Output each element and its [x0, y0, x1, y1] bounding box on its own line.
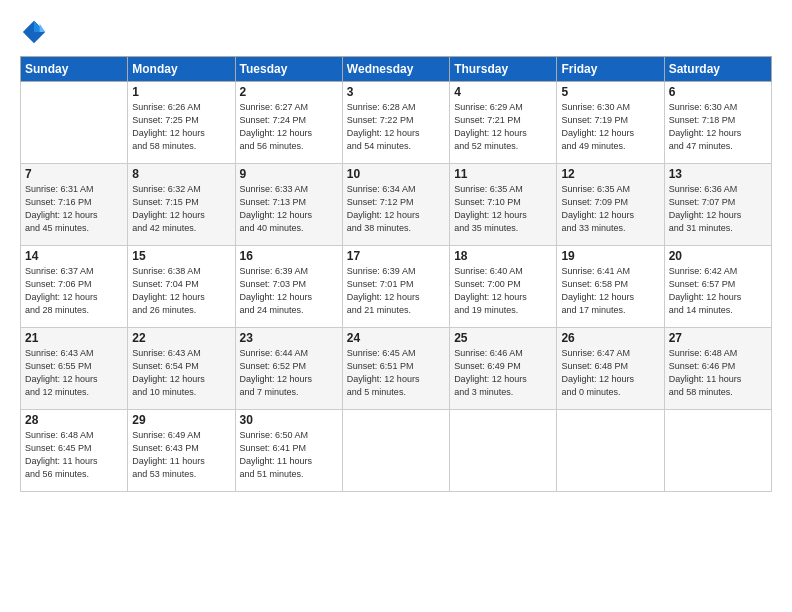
day-number: 18 — [454, 249, 552, 263]
calendar-cell: 7Sunrise: 6:31 AM Sunset: 7:16 PM Daylig… — [21, 164, 128, 246]
day-info: Sunrise: 6:34 AM Sunset: 7:12 PM Dayligh… — [347, 183, 445, 235]
day-number: 30 — [240, 413, 338, 427]
calendar-cell: 4Sunrise: 6:29 AM Sunset: 7:21 PM Daylig… — [450, 82, 557, 164]
calendar-cell: 13Sunrise: 6:36 AM Sunset: 7:07 PM Dayli… — [664, 164, 771, 246]
calendar-table: SundayMondayTuesdayWednesdayThursdayFrid… — [20, 56, 772, 492]
day-info: Sunrise: 6:38 AM Sunset: 7:04 PM Dayligh… — [132, 265, 230, 317]
day-number: 9 — [240, 167, 338, 181]
day-number: 27 — [669, 331, 767, 345]
day-number: 17 — [347, 249, 445, 263]
day-number: 29 — [132, 413, 230, 427]
day-number: 7 — [25, 167, 123, 181]
calendar-cell: 16Sunrise: 6:39 AM Sunset: 7:03 PM Dayli… — [235, 246, 342, 328]
calendar-cell: 2Sunrise: 6:27 AM Sunset: 7:24 PM Daylig… — [235, 82, 342, 164]
calendar-cell: 1Sunrise: 6:26 AM Sunset: 7:25 PM Daylig… — [128, 82, 235, 164]
week-row-4: 28Sunrise: 6:48 AM Sunset: 6:45 PM Dayli… — [21, 410, 772, 492]
svg-marker-2 — [40, 24, 46, 32]
day-number: 19 — [561, 249, 659, 263]
calendar-cell — [450, 410, 557, 492]
calendar-cell: 25Sunrise: 6:46 AM Sunset: 6:49 PM Dayli… — [450, 328, 557, 410]
day-number: 16 — [240, 249, 338, 263]
calendar-cell: 30Sunrise: 6:50 AM Sunset: 6:41 PM Dayli… — [235, 410, 342, 492]
calendar-cell: 20Sunrise: 6:42 AM Sunset: 6:57 PM Dayli… — [664, 246, 771, 328]
calendar-cell: 17Sunrise: 6:39 AM Sunset: 7:01 PM Dayli… — [342, 246, 449, 328]
calendar-cell: 26Sunrise: 6:47 AM Sunset: 6:48 PM Dayli… — [557, 328, 664, 410]
calendar-cell: 21Sunrise: 6:43 AM Sunset: 6:55 PM Dayli… — [21, 328, 128, 410]
day-number: 25 — [454, 331, 552, 345]
calendar-cell: 24Sunrise: 6:45 AM Sunset: 6:51 PM Dayli… — [342, 328, 449, 410]
calendar-cell: 15Sunrise: 6:38 AM Sunset: 7:04 PM Dayli… — [128, 246, 235, 328]
calendar-cell: 19Sunrise: 6:41 AM Sunset: 6:58 PM Dayli… — [557, 246, 664, 328]
day-number: 22 — [132, 331, 230, 345]
day-info: Sunrise: 6:33 AM Sunset: 7:13 PM Dayligh… — [240, 183, 338, 235]
day-info: Sunrise: 6:29 AM Sunset: 7:21 PM Dayligh… — [454, 101, 552, 153]
week-row-3: 21Sunrise: 6:43 AM Sunset: 6:55 PM Dayli… — [21, 328, 772, 410]
calendar-cell: 8Sunrise: 6:32 AM Sunset: 7:15 PM Daylig… — [128, 164, 235, 246]
day-info: Sunrise: 6:49 AM Sunset: 6:43 PM Dayligh… — [132, 429, 230, 481]
day-number: 13 — [669, 167, 767, 181]
day-number: 15 — [132, 249, 230, 263]
calendar-cell: 27Sunrise: 6:48 AM Sunset: 6:46 PM Dayli… — [664, 328, 771, 410]
day-info: Sunrise: 6:43 AM Sunset: 6:54 PM Dayligh… — [132, 347, 230, 399]
day-info: Sunrise: 6:35 AM Sunset: 7:09 PM Dayligh… — [561, 183, 659, 235]
day-number: 12 — [561, 167, 659, 181]
calendar-cell: 6Sunrise: 6:30 AM Sunset: 7:18 PM Daylig… — [664, 82, 771, 164]
calendar-cell — [664, 410, 771, 492]
week-row-2: 14Sunrise: 6:37 AM Sunset: 7:06 PM Dayli… — [21, 246, 772, 328]
header-cell-wednesday: Wednesday — [342, 57, 449, 82]
week-row-0: 1Sunrise: 6:26 AM Sunset: 7:25 PM Daylig… — [21, 82, 772, 164]
day-info: Sunrise: 6:46 AM Sunset: 6:49 PM Dayligh… — [454, 347, 552, 399]
calendar-cell: 10Sunrise: 6:34 AM Sunset: 7:12 PM Dayli… — [342, 164, 449, 246]
day-info: Sunrise: 6:30 AM Sunset: 7:19 PM Dayligh… — [561, 101, 659, 153]
day-info: Sunrise: 6:44 AM Sunset: 6:52 PM Dayligh… — [240, 347, 338, 399]
week-row-1: 7Sunrise: 6:31 AM Sunset: 7:16 PM Daylig… — [21, 164, 772, 246]
logo — [20, 18, 52, 46]
calendar-cell: 29Sunrise: 6:49 AM Sunset: 6:43 PM Dayli… — [128, 410, 235, 492]
day-info: Sunrise: 6:47 AM Sunset: 6:48 PM Dayligh… — [561, 347, 659, 399]
day-info: Sunrise: 6:30 AM Sunset: 7:18 PM Dayligh… — [669, 101, 767, 153]
day-number: 20 — [669, 249, 767, 263]
day-info: Sunrise: 6:48 AM Sunset: 6:46 PM Dayligh… — [669, 347, 767, 399]
calendar-cell: 11Sunrise: 6:35 AM Sunset: 7:10 PM Dayli… — [450, 164, 557, 246]
day-info: Sunrise: 6:32 AM Sunset: 7:15 PM Dayligh… — [132, 183, 230, 235]
day-info: Sunrise: 6:43 AM Sunset: 6:55 PM Dayligh… — [25, 347, 123, 399]
day-number: 1 — [132, 85, 230, 99]
calendar-header: SundayMondayTuesdayWednesdayThursdayFrid… — [21, 57, 772, 82]
calendar-cell: 3Sunrise: 6:28 AM Sunset: 7:22 PM Daylig… — [342, 82, 449, 164]
day-info: Sunrise: 6:28 AM Sunset: 7:22 PM Dayligh… — [347, 101, 445, 153]
header-cell-saturday: Saturday — [664, 57, 771, 82]
header-cell-monday: Monday — [128, 57, 235, 82]
day-info: Sunrise: 6:40 AM Sunset: 7:00 PM Dayligh… — [454, 265, 552, 317]
header — [20, 18, 772, 46]
calendar-cell: 23Sunrise: 6:44 AM Sunset: 6:52 PM Dayli… — [235, 328, 342, 410]
day-info: Sunrise: 6:48 AM Sunset: 6:45 PM Dayligh… — [25, 429, 123, 481]
day-info: Sunrise: 6:45 AM Sunset: 6:51 PM Dayligh… — [347, 347, 445, 399]
day-number: 10 — [347, 167, 445, 181]
day-info: Sunrise: 6:36 AM Sunset: 7:07 PM Dayligh… — [669, 183, 767, 235]
day-number: 26 — [561, 331, 659, 345]
day-info: Sunrise: 6:39 AM Sunset: 7:03 PM Dayligh… — [240, 265, 338, 317]
day-info: Sunrise: 6:42 AM Sunset: 6:57 PM Dayligh… — [669, 265, 767, 317]
day-number: 8 — [132, 167, 230, 181]
calendar-cell: 9Sunrise: 6:33 AM Sunset: 7:13 PM Daylig… — [235, 164, 342, 246]
header-cell-thursday: Thursday — [450, 57, 557, 82]
calendar-cell: 22Sunrise: 6:43 AM Sunset: 6:54 PM Dayli… — [128, 328, 235, 410]
day-info: Sunrise: 6:35 AM Sunset: 7:10 PM Dayligh… — [454, 183, 552, 235]
day-number: 14 — [25, 249, 123, 263]
calendar-cell — [342, 410, 449, 492]
page: SundayMondayTuesdayWednesdayThursdayFrid… — [0, 0, 792, 612]
header-cell-sunday: Sunday — [21, 57, 128, 82]
day-info: Sunrise: 6:39 AM Sunset: 7:01 PM Dayligh… — [347, 265, 445, 317]
day-number: 28 — [25, 413, 123, 427]
logo-icon — [20, 18, 48, 46]
calendar-cell: 5Sunrise: 6:30 AM Sunset: 7:19 PM Daylig… — [557, 82, 664, 164]
day-info: Sunrise: 6:41 AM Sunset: 6:58 PM Dayligh… — [561, 265, 659, 317]
calendar-cell: 28Sunrise: 6:48 AM Sunset: 6:45 PM Dayli… — [21, 410, 128, 492]
day-number: 6 — [669, 85, 767, 99]
calendar-cell — [21, 82, 128, 164]
day-info: Sunrise: 6:26 AM Sunset: 7:25 PM Dayligh… — [132, 101, 230, 153]
header-row: SundayMondayTuesdayWednesdayThursdayFrid… — [21, 57, 772, 82]
calendar-cell: 18Sunrise: 6:40 AM Sunset: 7:00 PM Dayli… — [450, 246, 557, 328]
day-number: 2 — [240, 85, 338, 99]
day-number: 21 — [25, 331, 123, 345]
